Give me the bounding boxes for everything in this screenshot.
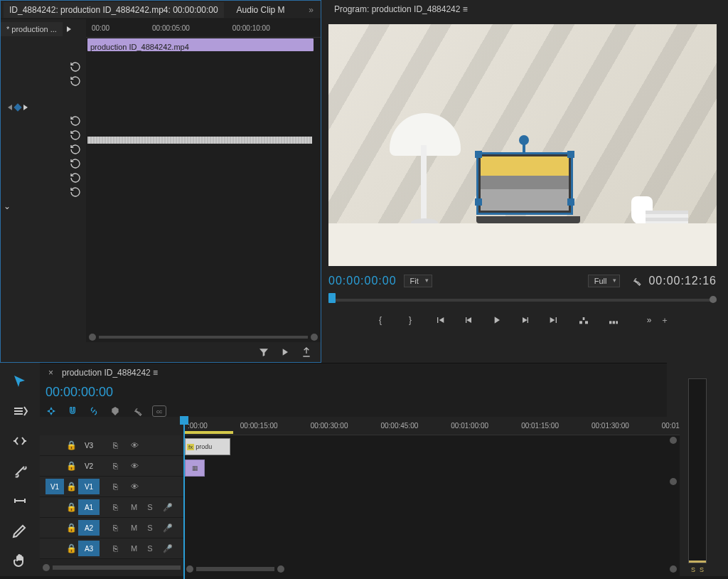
expand-caret-icon[interactable] — [67, 26, 71, 32]
eye-icon[interactable]: 👁 — [131, 441, 142, 450]
program-header[interactable]: Program: production ID_4884242 ≡ — [328, 0, 728, 18]
hand-tool-icon[interactable] — [11, 552, 28, 569]
track-header-a1[interactable]: 🔒 A1 ⎘MS🎤 — [40, 497, 183, 518]
snap-icon[interactable] — [46, 405, 57, 417]
source-clip[interactable]: production ID_4884242.mp4 — [87, 38, 314, 51]
ripple-edit-tool-icon[interactable] — [11, 432, 28, 450]
reset-icon[interactable] — [69, 115, 82, 127]
sync-lock-icon[interactable]: ⎘ — [109, 522, 121, 533]
slip-tool-icon[interactable] — [11, 492, 28, 509]
captions-icon[interactable]: cc — [152, 405, 166, 417]
program-viewport[interactable] — [328, 24, 717, 266]
mute-toggle[interactable]: M — [131, 544, 137, 553]
overlay-clip-handles[interactable] — [476, 152, 580, 226]
mark-in-icon[interactable]: { — [375, 314, 386, 326]
reset-icon[interactable] — [69, 75, 82, 87]
export-icon[interactable] — [301, 346, 312, 358]
playhead[interactable] — [183, 417, 185, 579]
wrench-icon[interactable] — [131, 405, 142, 417]
resolution-dropdown[interactable]: Full — [588, 275, 621, 287]
mute-toggle[interactable]: M — [131, 503, 137, 511]
timeline-timecode[interactable]: 00:00:00:00 — [40, 382, 667, 405]
source-tab-audio[interactable]: Audio Clip M — [231, 2, 291, 18]
lock-icon[interactable]: 🔒 — [64, 482, 78, 492]
play-icon[interactable] — [491, 314, 503, 326]
program-scrubber[interactable] — [328, 290, 717, 304]
voiceover-icon[interactable]: 🎤 — [163, 524, 173, 533]
lock-icon[interactable]: 🔒 — [64, 523, 78, 533]
lock-icon[interactable]: 🔒 — [64, 440, 78, 450]
track-header-v1[interactable]: V1 🔒 V1 ⎘👁 — [40, 477, 183, 497]
program-timecode-left[interactable]: 00:00:00:00 — [328, 275, 397, 287]
pen-tool-icon[interactable] — [11, 522, 28, 539]
selection-tool-icon[interactable] — [11, 373, 28, 390]
play-icon[interactable] — [279, 346, 291, 358]
lock-icon[interactable]: 🔒 — [64, 502, 78, 512]
reset-icon[interactable] — [69, 60, 82, 73]
reset-icon[interactable] — [69, 186, 82, 198]
keyframe-diamond-icon[interactable] — [14, 103, 21, 111]
step-forward-icon[interactable] — [520, 314, 531, 326]
track-select-tool-icon[interactable] — [11, 403, 28, 420]
track-header-a3[interactable]: 🔒 A3 ⎘MS🎤 — [40, 538, 183, 559]
reset-icon[interactable] — [69, 143, 82, 156]
sync-lock-icon[interactable]: ⎘ — [109, 460, 121, 472]
voiceover-icon[interactable]: 🎤 — [163, 544, 173, 553]
solo-toggle[interactable]: S — [147, 503, 152, 511]
wrench-icon[interactable] — [630, 275, 641, 287]
reset-icon[interactable] — [69, 171, 82, 184]
next-keyframe-icon[interactable] — [23, 105, 28, 110]
track-header-a2[interactable]: 🔒 A2 ⎘MS🎤 — [40, 518, 183, 538]
timeline-clip-v1[interactable]: ▦ — [185, 460, 205, 477]
sequence-title[interactable]: production ID_4884242 ≡ — [62, 368, 158, 378]
linked-selection-icon[interactable] — [88, 405, 100, 417]
extract-icon[interactable] — [608, 314, 619, 326]
track-label[interactable]: A2 — [78, 520, 100, 536]
sync-lock-icon[interactable]: ⎘ — [109, 440, 121, 451]
filter-icon[interactable] — [258, 346, 269, 358]
solo-toggle[interactable]: S — [147, 524, 152, 532]
go-to-out-icon[interactable] — [548, 314, 560, 326]
timeline-track-area[interactable]: :00:00 00:00:15:00 00:00:30:00 00:00:45:… — [183, 417, 680, 576]
eye-icon[interactable]: 👁 — [131, 462, 142, 470]
reset-icon[interactable] — [69, 157, 82, 170]
add-button[interactable]: ＋ — [659, 314, 670, 326]
track-label[interactable]: A1 — [78, 499, 100, 515]
source-patch[interactable]: V1 — [46, 479, 64, 494]
dropdown-caret-icon[interactable]: ⌄ — [4, 201, 11, 211]
reset-icon[interactable] — [69, 129, 82, 142]
source-tab-effect-controls[interactable]: ID_4884242: production ID_4884242.mp4: 0… — [4, 2, 224, 18]
track-label[interactable]: A3 — [78, 541, 100, 556]
sync-lock-icon[interactable]: ⎘ — [109, 501, 121, 513]
audio-meter[interactable] — [688, 378, 707, 563]
sync-lock-icon[interactable]: ⎘ — [109, 543, 121, 554]
lock-icon[interactable]: 🔒 — [64, 461, 78, 471]
lock-icon[interactable]: 🔒 — [64, 543, 78, 553]
source-tabs-overflow[interactable]: » — [304, 5, 318, 15]
track-header-v2[interactable]: 🔒 V2 ⎘👁 — [40, 456, 183, 477]
track-label[interactable]: V1 — [78, 479, 100, 494]
magnet-icon[interactable] — [67, 405, 78, 417]
track-header-v3[interactable]: 🔒 V3 ⎘👁 — [40, 435, 183, 456]
sync-lock-icon[interactable]: ⎘ — [109, 481, 121, 492]
timeline-ruler[interactable]: :00:00 00:00:15:00 00:00:30:00 00:00:45:… — [183, 417, 680, 435]
timeline-zoom-scrollbar[interactable] — [183, 563, 680, 575]
prev-keyframe-icon[interactable] — [8, 105, 12, 110]
source-subtab[interactable]: * production ... — [1, 22, 63, 36]
overflow-icon[interactable]: » — [643, 314, 655, 326]
mute-toggle[interactable]: M — [131, 524, 137, 532]
voiceover-icon[interactable]: 🎤 — [163, 503, 173, 512]
solo-toggle[interactable]: S — [147, 544, 152, 553]
track-scroll-handle[interactable] — [670, 437, 677, 444]
go-to-in-icon[interactable] — [434, 314, 446, 326]
source-scrollbar[interactable] — [86, 332, 321, 342]
lift-icon[interactable] — [578, 314, 589, 326]
step-back-icon[interactable] — [463, 314, 474, 326]
razor-tool-icon[interactable] — [11, 462, 28, 479]
track-head-scrollbar[interactable] — [40, 562, 183, 573]
timeline-clip-v2[interactable]: fxprodu — [185, 438, 230, 455]
eye-icon[interactable]: 👁 — [131, 482, 142, 491]
source-time-ruler[interactable]: 00:00 00:00:05:00 00:00:10:00 — [86, 19, 321, 38]
zoom-dropdown[interactable]: Fit — [404, 275, 432, 287]
close-sequence-icon[interactable]: × — [46, 368, 56, 378]
